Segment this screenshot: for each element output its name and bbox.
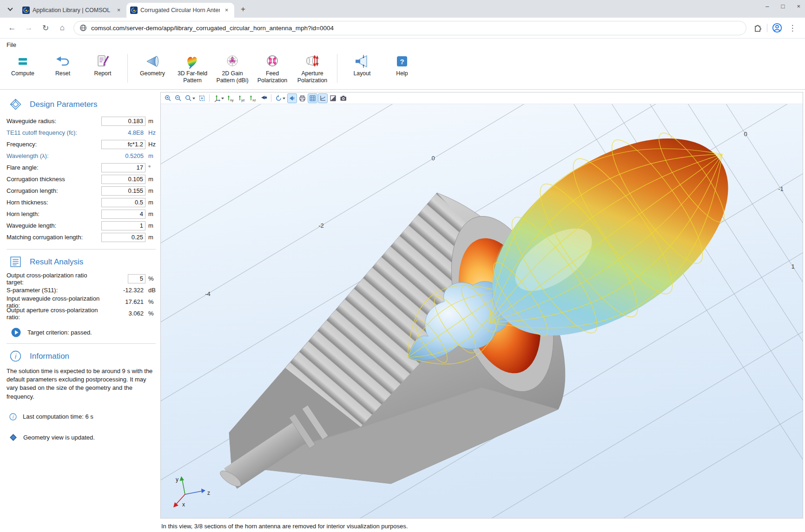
tab-horn-antenna[interactable]: Corrugated Circular Horn Anten × xyxy=(126,3,234,18)
layout-button[interactable]: Layout xyxy=(342,51,382,77)
color-theme-button[interactable] xyxy=(328,93,338,103)
forward-button[interactable]: → xyxy=(22,21,36,35)
browser-navbar: ← → ↻ ⌂ comsol.com/server-demo/app/libra… xyxy=(0,18,805,39)
window-close-button[interactable]: × xyxy=(797,3,800,10)
te11-cutoff-value: 4.8E8 xyxy=(101,129,145,136)
show-grid-button[interactable] xyxy=(308,93,317,103)
gain-pattern-button[interactable]: 2D Gain Pattern (dBi) xyxy=(212,51,252,85)
parameter-row: Wavelength (λ):0.5205m xyxy=(7,150,160,162)
graphics-canvas[interactable]: 0 -2 -4 0 -1 1 xyxy=(161,104,803,518)
s-parameter-value: -12.322 xyxy=(101,287,145,294)
reset-icon xyxy=(54,54,71,69)
reload-button[interactable]: ↻ xyxy=(39,21,53,35)
parameter-row: TE11 cutoff frequency (fc):4.8E8Hz xyxy=(7,127,160,138)
zoom-extents-button[interactable] xyxy=(197,93,207,103)
go-to-xz-view-button[interactable]: xz xyxy=(248,93,258,103)
aperture-polarization-button[interactable]: Aperture Polarization xyxy=(292,51,332,85)
file-menu[interactable]: File xyxy=(7,41,16,48)
horn-length-input[interactable] xyxy=(101,210,145,219)
print-button[interactable] xyxy=(297,93,307,103)
zoom-out-button[interactable] xyxy=(173,93,183,103)
result-row: Output cross-polarization ratio target:% xyxy=(7,273,160,284)
transparency-button[interactable] xyxy=(287,93,297,103)
far-field-pattern-button[interactable]: 3D Far-field Pattern xyxy=(172,51,212,85)
corrugation-length-input[interactable] xyxy=(101,186,145,196)
result-row: Output aperture cross-polarization ratio… xyxy=(7,308,160,319)
go-to-xy-view-button[interactable]: xy xyxy=(225,93,236,103)
tab-strip: Application Library | COMSOL S × Corruga… xyxy=(0,0,805,18)
divider xyxy=(7,249,156,250)
cross-polarization-target-input[interactable] xyxy=(128,274,145,283)
parameter-row: Waveguide radius:m xyxy=(7,115,160,127)
update-view-button[interactable] xyxy=(274,93,287,103)
geometry-updated-icon xyxy=(9,433,17,441)
layout-icon xyxy=(354,54,370,69)
tab-application-library[interactable]: Application Library | COMSOL S × xyxy=(19,3,126,18)
compute-button[interactable]: Compute xyxy=(3,51,43,77)
result-row: Input waveguide cross-polarization ratio… xyxy=(7,296,160,308)
axis-tick-label: 0 xyxy=(431,155,435,162)
geometry-icon xyxy=(144,54,161,69)
play-icon xyxy=(11,328,21,337)
app-toolbar: Compute Reset Report Geometry 3D Far-fie… xyxy=(0,51,805,89)
waveguide-radius-input[interactable] xyxy=(101,117,145,126)
back-button[interactable]: ← xyxy=(5,21,19,35)
matching-corrugation-length-input[interactable] xyxy=(101,233,145,242)
address-bar[interactable]: comsol.com/server-demo/app/library_corru… xyxy=(73,21,746,35)
chevron-down-icon xyxy=(7,6,13,11)
waveguide-length-input[interactable] xyxy=(101,221,145,230)
site-info-icon[interactable] xyxy=(79,24,87,32)
form-sidebar: Design Parameters Waveguide radius:m TE1… xyxy=(0,90,160,532)
corrugation-thickness-input[interactable] xyxy=(101,175,145,184)
info-small-icon: i xyxy=(9,413,17,420)
profile-icon[interactable] xyxy=(772,23,782,33)
show-axes-button[interactable] xyxy=(318,93,328,103)
toolbar-separator xyxy=(127,54,128,83)
parameter-row: Frequency:Hz xyxy=(7,138,160,150)
go-to-default-view-button[interactable] xyxy=(212,93,225,103)
gain-pattern-icon xyxy=(224,54,241,69)
axis-tick-label: -4 xyxy=(205,290,211,297)
tab-close-icon[interactable]: × xyxy=(115,7,123,14)
scene-light-button[interactable] xyxy=(259,93,269,103)
feed-polarization-icon xyxy=(264,54,281,69)
parameter-row: Corrugation thicknessm xyxy=(7,173,160,185)
extensions-icon[interactable] xyxy=(753,23,762,33)
report-button[interactable]: Report xyxy=(83,51,123,77)
feed-polarization-button[interactable]: Feed Polarization xyxy=(252,51,292,85)
geometry-button[interactable]: Geometry xyxy=(132,51,172,77)
tab-close-icon[interactable]: × xyxy=(223,7,231,14)
window-minimize-button[interactable]: – xyxy=(765,3,769,10)
flare-angle-input[interactable] xyxy=(101,163,145,172)
zoom-in-button[interactable] xyxy=(163,93,173,103)
wavelength-value: 0.5205 xyxy=(101,152,145,159)
new-tab-button[interactable]: + xyxy=(237,3,249,15)
zoom-box-button[interactable] xyxy=(184,93,197,103)
tab-search-button[interactable] xyxy=(4,3,17,16)
window-maximize-button[interactable]: □ xyxy=(781,3,785,10)
browser-menu-icon[interactable]: ⋮ xyxy=(785,21,799,35)
svg-text:?: ? xyxy=(400,58,404,66)
parameter-row: Matching corrugation length:m xyxy=(7,231,160,243)
svg-text:xy: xy xyxy=(230,98,234,102)
input-cross-polarization-value: 17.621 xyxy=(101,298,145,305)
help-button[interactable]: ? Help xyxy=(382,51,422,77)
result-row: S-parameter (S11):-12.322dB xyxy=(7,284,160,296)
svg-text:xz: xz xyxy=(252,98,256,102)
home-button[interactable]: ⌂ xyxy=(55,21,69,35)
horn-thickness-input[interactable] xyxy=(101,198,145,207)
target-criterion-status: Target criterion: passed. xyxy=(27,329,92,336)
aperture-polarization-icon xyxy=(304,54,321,69)
svg-text:i: i xyxy=(15,353,17,360)
url-text: comsol.com/server-demo/app/library_corru… xyxy=(91,25,334,32)
information-icon: i xyxy=(9,350,22,362)
snapshot-button[interactable] xyxy=(338,93,349,103)
go-to-yz-view-button[interactable]: yz xyxy=(237,93,247,103)
frequency-input[interactable] xyxy=(101,140,145,149)
axis-tick-label: -2 xyxy=(318,222,324,229)
result-analysis-icon xyxy=(9,256,22,268)
axis-tick-label: 0 xyxy=(744,131,747,138)
reset-button[interactable]: Reset xyxy=(43,51,83,77)
section-title: Result Analysis xyxy=(30,257,83,267)
triad-z-label: z xyxy=(207,490,210,496)
